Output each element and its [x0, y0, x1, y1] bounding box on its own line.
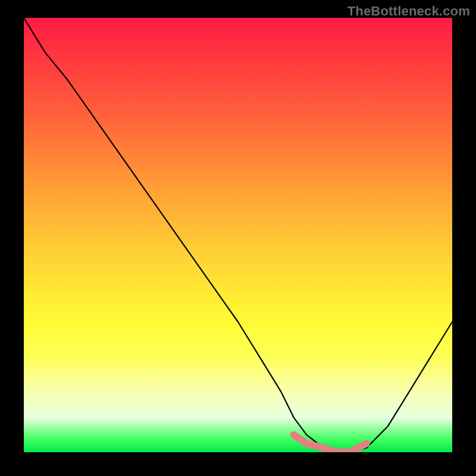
- plot-area: [24, 18, 452, 452]
- watermark-text: TheBottleneck.com: [347, 4, 470, 19]
- curve-path: [24, 18, 452, 452]
- chart-svg: [24, 18, 452, 452]
- flat-bottom-highlight: [294, 435, 367, 452]
- chart-frame: TheBottleneck.com: [0, 0, 476, 476]
